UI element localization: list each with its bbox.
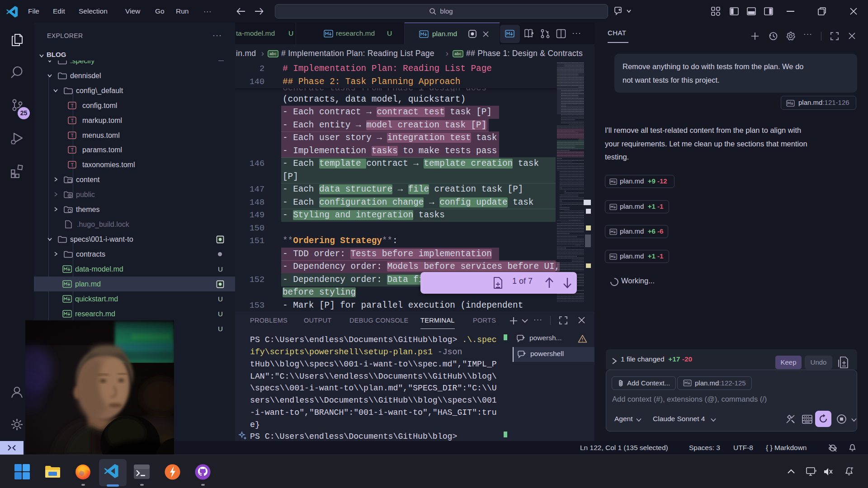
svg-text:T: T bbox=[71, 118, 73, 123]
svg-text:abc: abc bbox=[454, 52, 462, 56]
svg-text:T: T bbox=[71, 147, 73, 152]
svg-text:T: T bbox=[71, 133, 73, 138]
svg-text:T: T bbox=[71, 162, 73, 167]
svg-text:abc: abc bbox=[269, 52, 277, 56]
svg-text:T: T bbox=[71, 103, 73, 108]
